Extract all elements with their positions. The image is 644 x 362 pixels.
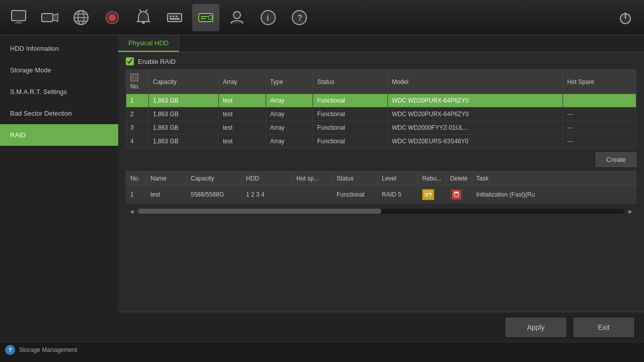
alarm-icon[interactable] — [130, 4, 157, 31]
col-array: Array — [218, 70, 266, 94]
cell-status: Functional — [313, 135, 388, 148]
horizontal-scrollbar: ◀ ▶ — [126, 206, 636, 216]
svg-rect-12 — [142, 22, 145, 24]
info-icon[interactable]: i — [255, 4, 282, 31]
table-row[interactable]: 2 1,863 GB test Array Functional WDC WD2… — [126, 108, 636, 121]
svg-rect-16 — [170, 16, 172, 17]
cell-hotsp — [292, 186, 333, 204]
svg-rect-22 — [201, 16, 208, 17]
cell-no: 3 — [126, 121, 149, 135]
table-row[interactable]: 3 1,863 GB test Array Functional WDC WD2… — [126, 121, 636, 135]
cell-no: 1 — [126, 94, 149, 108]
cell-capacity: 5588/5588G — [187, 186, 242, 204]
monitor-icon[interactable] — [5, 4, 32, 31]
cell-model: WDC WD2000FYYZ-01UL... — [387, 121, 562, 135]
action-bar: Apply Exit — [118, 312, 644, 342]
exit-button[interactable]: Exit — [574, 318, 634, 337]
col-type: Type — [266, 70, 313, 94]
col-status: Status — [313, 70, 388, 94]
apply-button[interactable]: Apply — [506, 318, 566, 337]
rebuild-button[interactable] — [422, 189, 434, 200]
help-icon[interactable]: ? — [286, 4, 313, 31]
scroll-track[interactable] — [138, 209, 624, 214]
status-text: Storage Management — [19, 346, 77, 353]
status-help-icon: ? — [5, 345, 15, 355]
table-row[interactable]: 4 1,863 GB test Array Functional WDC WD2… — [126, 135, 636, 148]
content-inner: Enable RAID No. Capacity Array Type Stat… — [118, 52, 644, 312]
network-icon[interactable] — [67, 4, 95, 31]
power-icon[interactable] — [612, 4, 639, 31]
cell-status: Functional — [313, 108, 388, 121]
col-hotspare: Hot Spare — [563, 70, 636, 94]
cell-task: Initialization (Fast)(Ru — [472, 186, 636, 204]
svg-text:i: i — [267, 14, 269, 22]
main-layout: HDD Information Storage Mode S.M.A.R.T. … — [0, 35, 644, 342]
camera-icon[interactable] — [36, 4, 63, 31]
upper-table-body: 1 1,863 GB test Array Functional WDC WD2… — [126, 94, 636, 148]
lower-raid-table: No. Name Capacity HDD Hot sp... Status L… — [126, 171, 636, 204]
svg-point-11 — [109, 14, 116, 21]
cell-no: 2 — [126, 108, 149, 121]
sidebar-item-hdd-information[interactable]: HDD Information — [0, 38, 118, 59]
svg-rect-17 — [173, 16, 175, 17]
svg-rect-2 — [15, 23, 23, 24]
cell-hdd: 1 2 3 4 — [242, 186, 292, 204]
svg-rect-19 — [170, 18, 180, 20]
lower-col-task: Task — [472, 171, 636, 186]
lower-col-no: No. — [126, 171, 146, 186]
cell-model: WDC WD20PURX-64P6ZY0 — [387, 108, 562, 121]
cell-hotspare: — — [563, 108, 636, 121]
scroll-right-button[interactable]: ▶ — [627, 209, 634, 214]
lower-col-status: Status — [333, 171, 378, 186]
keyboard-icon[interactable] — [161, 4, 188, 31]
svg-rect-0 — [12, 11, 26, 21]
lower-col-rebu: Rebu... — [418, 171, 446, 186]
lower-col-delete: Delete — [446, 171, 472, 186]
delete-button[interactable] — [450, 189, 462, 200]
cell-type: Array — [266, 108, 313, 121]
cell-array: test — [218, 94, 266, 108]
create-button-row: Create — [126, 152, 636, 167]
cell-delete[interactable] — [446, 186, 472, 204]
cell-capacity: 1,863 GB — [149, 121, 219, 135]
cell-hotspare: — — [563, 135, 636, 148]
cell-array: test — [218, 135, 266, 148]
create-button[interactable]: Create — [596, 152, 636, 167]
sidebar-item-storage-mode[interactable]: Storage Mode — [0, 59, 118, 81]
lower-col-hotsp: Hot sp... — [292, 171, 333, 186]
cell-rebuild[interactable] — [418, 186, 446, 204]
svg-rect-1 — [16, 21, 21, 23]
lower-col-hdd: HDD — [242, 171, 292, 186]
sidebar-item-smart-settings[interactable]: S.M.A.R.T. Settings — [0, 81, 118, 103]
cell-level: RAID 5 — [378, 186, 418, 204]
cell-array: test — [218, 108, 266, 121]
cell-type: Array — [266, 135, 313, 148]
lower-table-header: No. Name Capacity HDD Hot sp... Status L… — [126, 171, 636, 186]
enable-raid-checkbox[interactable] — [126, 57, 134, 65]
table-row[interactable]: 1 1,863 GB test Array Functional WDC WD2… — [126, 94, 636, 108]
sidebar-item-raid[interactable]: RAID — [0, 124, 118, 146]
upper-table-header: No. Capacity Array Type Status Model Hot… — [126, 70, 636, 94]
table-row[interactable]: 1 test 5588/5588G 1 2 3 4 Functional RAI… — [126, 186, 636, 204]
tab-bar: Physical HDD — [118, 35, 644, 52]
col-capacity: Capacity — [149, 70, 219, 94]
svg-rect-31 — [425, 192, 431, 197]
user-icon[interactable] — [223, 4, 251, 31]
svg-rect-23 — [201, 18, 206, 19]
svg-rect-15 — [168, 14, 182, 22]
scroll-thumb[interactable] — [138, 209, 381, 214]
col-model: Model — [387, 70, 562, 94]
scroll-left-button[interactable]: ◀ — [128, 209, 135, 214]
enable-raid-row: Enable RAID — [126, 57, 636, 65]
record-icon[interactable] — [99, 4, 126, 31]
statusbar: ? Storage Management — [0, 342, 644, 357]
cell-capacity: 1,863 GB — [149, 108, 219, 121]
lower-col-level: Level — [378, 171, 418, 186]
hdd-nav-icon[interactable] — [192, 4, 219, 31]
svg-marker-34 — [430, 193, 432, 196]
sidebar-item-bad-sector-detection[interactable]: Bad Sector Detection — [0, 103, 118, 124]
sidebar: HDD Information Storage Mode S.M.A.R.T. … — [0, 35, 118, 342]
svg-point-24 — [233, 12, 240, 19]
select-all-checkbox[interactable] — [130, 73, 138, 81]
tab-physical-hdd[interactable]: Physical HDD — [118, 35, 179, 52]
